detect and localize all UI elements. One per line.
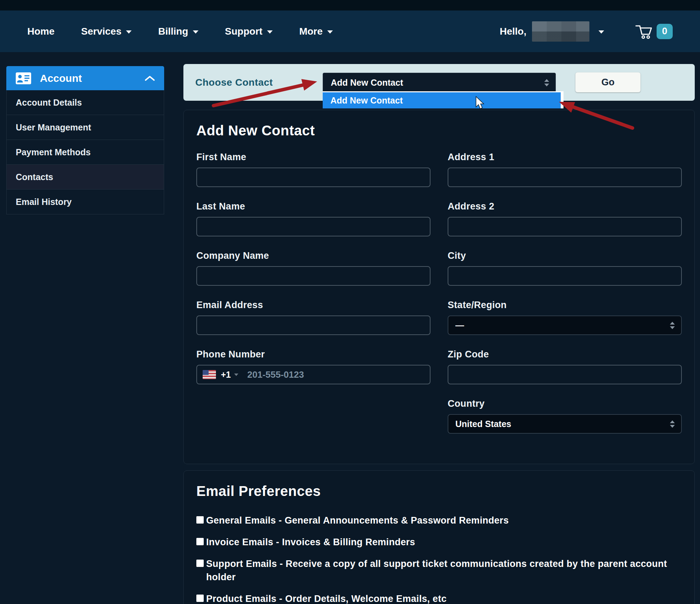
email-preferences-list: General Emails - General Announcements &… <box>196 514 682 604</box>
nav-item-support[interactable]: Support <box>225 26 273 37</box>
form-left-column: First Name Last Name Company Name Email … <box>196 152 430 448</box>
last-name-label: Last Name <box>196 201 430 212</box>
account-menu[interactable]: Hello, 0 <box>500 21 673 42</box>
address2-input[interactable] <box>448 217 682 236</box>
form-right-column: Address 1 Address 2 City State/Region — <box>448 152 682 448</box>
sidebar-header-account[interactable]: Account <box>6 66 164 90</box>
pref-row-general-emails: General Emails - General Announcements &… <box>196 514 682 527</box>
company-name-input[interactable] <box>196 266 430 286</box>
nav-item-more-label: More <box>299 26 323 37</box>
city-input[interactable] <box>448 266 682 286</box>
zip-code-input[interactable] <box>448 365 682 384</box>
nav-item-billing-label: Billing <box>158 26 188 37</box>
dropdown-option-add-new-contact[interactable]: Add New Contact <box>323 92 561 108</box>
address1-label: Address 1 <box>448 152 682 163</box>
sidebar-item-email-history[interactable]: Email History <box>7 190 164 214</box>
sidebar: Account Account Details User Management … <box>6 66 164 214</box>
contact-select-value: Add New Contact <box>331 78 403 88</box>
top-strip <box>0 0 700 10</box>
chevron-down-icon <box>327 30 333 34</box>
pref-row-invoice-emails: Invoice Emails - Invoices & Billing Remi… <box>196 535 682 549</box>
email-address-label: Email Address <box>196 300 430 311</box>
chevron-down-icon <box>267 30 273 34</box>
sidebar-header-label: Account <box>40 72 82 84</box>
pref-row-product-emails: Product Emails - Order Details, Welcome … <box>196 592 682 604</box>
chevron-down-icon <box>598 30 604 34</box>
contact-select-dropdown: Add New Contact <box>323 91 564 108</box>
pref-label: General Emails - General Announcements &… <box>206 514 509 527</box>
phone-number-input[interactable] <box>247 369 425 381</box>
pref-label: Support Emails - Receive a copy of all s… <box>206 557 677 584</box>
cart-count-badge: 0 <box>657 24 673 39</box>
add-new-contact-card: Add New Contact First Name Last Name Com… <box>183 110 695 464</box>
sidebar-item-label: Account Details <box>16 98 82 108</box>
select-arrows-icon <box>544 79 549 86</box>
state-region-label: State/Region <box>448 300 682 311</box>
sidebar-item-label: Payment Methods <box>16 147 91 157</box>
sidebar-item-account-details[interactable]: Account Details <box>7 90 164 115</box>
pref-row-support-emails: Support Emails - Receive a copy of all s… <box>196 557 682 584</box>
page: Home Services Billing Support More Hello… <box>0 0 700 604</box>
sidebar-item-label: Contacts <box>16 172 53 182</box>
pref-label: Product Emails - Order Details, Welcome … <box>206 592 447 604</box>
top-navbar: Home Services Billing Support More Hello… <box>0 10 700 52</box>
cart-icon <box>635 23 653 40</box>
choose-contact-label: Choose Contact <box>195 64 273 101</box>
country-select[interactable]: United States <box>448 414 682 434</box>
last-name-input[interactable] <box>196 217 430 236</box>
sidebar-item-label: User Management <box>16 122 91 133</box>
nav-item-home[interactable]: Home <box>27 26 55 37</box>
product-emails-checkbox[interactable] <box>196 595 204 602</box>
chevron-down-icon <box>126 30 132 34</box>
nav-item-billing[interactable]: Billing <box>158 26 198 37</box>
nav-item-home-label: Home <box>27 26 55 37</box>
email-preferences-card: Email Preferences General Emails - Gener… <box>183 470 695 604</box>
address1-input[interactable] <box>448 168 682 187</box>
sidebar-item-payment-methods[interactable]: Payment Methods <box>7 140 164 165</box>
email-address-input[interactable] <box>196 315 430 335</box>
select-arrows-icon <box>670 322 675 329</box>
greeting-text: Hello, <box>500 26 526 37</box>
nav-item-more[interactable]: More <box>299 26 333 37</box>
city-label: City <box>448 250 682 261</box>
phone-number-label: Phone Number <box>196 349 430 360</box>
company-name-label: Company Name <box>196 250 430 261</box>
state-region-value: — <box>455 320 464 331</box>
chevron-up-icon <box>145 76 155 81</box>
phone-number-field: +1 <box>196 365 430 384</box>
dial-code: +1 <box>221 370 231 380</box>
country-value: United States <box>455 419 511 429</box>
first-name-label: First Name <box>196 152 430 163</box>
chevron-down-icon <box>193 30 198 34</box>
cart-button[interactable]: 0 <box>635 23 673 40</box>
invoice-emails-checkbox[interactable] <box>196 538 204 545</box>
nav-item-services[interactable]: Services <box>81 26 132 37</box>
country-label: Country <box>448 398 682 409</box>
email-preferences-title: Email Preferences <box>196 483 682 499</box>
sidebar-item-user-management[interactable]: User Management <box>7 115 164 140</box>
support-emails-checkbox[interactable] <box>196 560 204 567</box>
sidebar-item-label: Email History <box>16 197 72 207</box>
page-title: Add New Contact <box>196 123 682 138</box>
sidebar-item-contacts[interactable]: Contacts <box>7 165 164 190</box>
contact-select[interactable]: Add New Contact <box>323 73 556 92</box>
go-button[interactable]: Go <box>575 72 640 92</box>
contact-form: First Name Last Name Company Name Email … <box>196 152 682 448</box>
nav-item-services-label: Services <box>81 26 121 37</box>
id-card-icon <box>15 72 31 85</box>
first-name-input[interactable] <box>196 168 430 187</box>
nav-item-support-label: Support <box>225 26 262 37</box>
select-arrows-icon <box>670 420 675 428</box>
chevron-down-icon[interactable] <box>234 374 238 376</box>
address2-label: Address 2 <box>448 201 682 212</box>
sidebar-list: Account Details User Management Payment … <box>6 90 164 214</box>
pref-label: Invoice Emails - Invoices & Billing Remi… <box>206 535 415 549</box>
us-flag-icon <box>203 370 216 379</box>
zip-code-label: Zip Code <box>448 349 682 360</box>
general-emails-checkbox[interactable] <box>196 516 204 524</box>
state-region-select[interactable]: — <box>448 315 682 335</box>
nav-menu: Home Services Billing Support More <box>27 26 333 37</box>
blurred-username <box>532 21 589 42</box>
